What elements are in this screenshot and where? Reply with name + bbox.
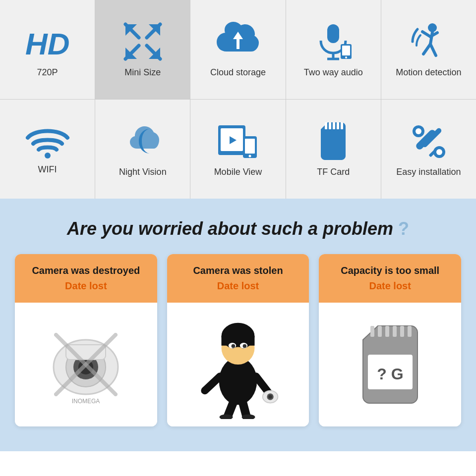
svg-text:HD: HD: [25, 27, 70, 61]
card-header-capacity: Capacity is too small Date lost: [319, 254, 461, 303]
svg-rect-31: [333, 122, 335, 129]
wifi-icon: [25, 124, 70, 159]
problem-title: Are you worried about such a problem ?: [15, 218, 461, 239]
card-image-capacity: ? G: [319, 303, 461, 426]
svg-rect-30: [329, 122, 331, 129]
feature-tf-card: TF Card: [286, 100, 381, 199]
night-vision-icon: [123, 121, 163, 161]
svg-text:? G: ? G: [377, 365, 403, 383]
svg-rect-27: [245, 139, 255, 154]
svg-rect-33: [341, 122, 343, 129]
motion-icon: [409, 22, 448, 61]
mobile-view-icon: [216, 121, 260, 161]
problem-card-capacity: Capacity is too small Date lost: [319, 254, 461, 426]
feature-cloud-storage: Cloud storage: [190, 0, 285, 99]
audio-icon: [313, 22, 353, 61]
feature-night-vision: Night Vision: [95, 100, 190, 199]
svg-rect-29: [325, 122, 327, 129]
svg-text:INOMEGA: INOMEGA: [72, 398, 100, 405]
problem-section: Are you worried about such a problem ? C…: [0, 199, 476, 451]
problem-card-stolen: Camera was stolen Date lost: [167, 254, 309, 426]
svg-point-56: [243, 344, 247, 348]
hd-icon: HD: [23, 22, 72, 61]
feature-cloud-storage-label: Cloud storage: [210, 67, 266, 78]
feature-mini-size: Mini Size: [95, 0, 190, 99]
features-grid: HD 720P Mini Size: [0, 0, 476, 199]
svg-line-19: [430, 44, 436, 55]
feature-mobile-view: Mobile View: [190, 100, 285, 199]
feature-wifi-label: WIFI: [38, 164, 57, 175]
card-title-destroyed: Camera was destroyed: [23, 265, 149, 276]
feature-easy-installation-label: Easy installation: [396, 167, 461, 177]
svg-rect-14: [342, 46, 350, 55]
svg-point-22: [45, 153, 51, 159]
svg-point-57: [232, 347, 245, 357]
card-subtitle-stolen: Date lost: [175, 280, 301, 292]
svg-point-40: [436, 149, 442, 155]
compress-icon: [123, 22, 163, 61]
feature-mini-size-label: Mini Size: [124, 67, 161, 78]
svg-point-15: [345, 56, 347, 58]
cloud-upload-icon: [216, 22, 260, 61]
svg-point-55: [232, 344, 236, 348]
card-header-stolen: Camera was stolen Date lost: [167, 254, 309, 303]
card-title-capacity: Capacity is too small: [327, 265, 453, 276]
svg-rect-69: [385, 326, 389, 337]
svg-rect-70: [393, 326, 397, 337]
feature-wifi: WIFI: [0, 100, 95, 199]
problem-card-destroyed: Camera was destroyed Date lost: [15, 254, 157, 426]
question-mark: ?: [398, 218, 409, 239]
svg-rect-10: [327, 24, 339, 43]
tools-icon: [409, 121, 448, 161]
svg-rect-32: [337, 122, 339, 129]
feature-hd: HD 720P: [0, 0, 95, 99]
card-subtitle-destroyed: Date lost: [23, 280, 149, 292]
svg-rect-72: [408, 326, 412, 337]
svg-rect-67: [370, 326, 374, 337]
svg-rect-68: [378, 326, 382, 337]
feature-two-way-audio: Two way audio: [286, 0, 381, 99]
feature-motion-detection: Motion detection: [381, 0, 476, 99]
problem-cards-row: Camera was destroyed Date lost: [15, 254, 461, 426]
card-title-stolen: Camera was stolen: [175, 265, 301, 276]
feature-night-vision-label: Night Vision: [119, 167, 167, 177]
feature-two-way-audio-label: Two way audio: [304, 67, 363, 78]
card-image-stolen: [167, 303, 309, 426]
svg-point-62: [268, 395, 272, 399]
card-subtitle-capacity: Date lost: [327, 280, 453, 292]
svg-line-58: [205, 376, 220, 391]
feature-mobile-view-label: Mobile View: [214, 167, 262, 177]
feature-tf-card-label: TF Card: [317, 167, 350, 177]
svg-line-59: [256, 376, 269, 393]
svg-point-36: [416, 128, 421, 134]
svg-line-18: [423, 44, 430, 54]
svg-rect-71: [400, 326, 404, 337]
tf-card-icon: [316, 121, 351, 161]
svg-point-28: [248, 155, 251, 157]
feature-easy-installation: Easy installation: [381, 100, 476, 199]
card-image-destroyed: INOMEGA: [15, 303, 157, 426]
feature-hd-label: 720P: [37, 67, 58, 78]
feature-motion-detection-label: Motion detection: [396, 67, 461, 78]
svg-rect-52: [222, 336, 255, 346]
card-header-destroyed: Camera was destroyed Date lost: [15, 254, 157, 303]
svg-line-17: [430, 32, 432, 44]
